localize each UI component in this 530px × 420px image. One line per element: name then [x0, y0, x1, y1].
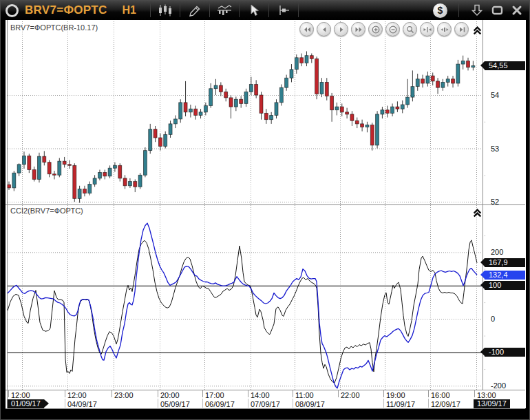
time-axis-date-label: 12/09/17 — [431, 400, 460, 408]
cci-axis-label: 200 — [491, 248, 503, 256]
chart-window: BRV7=ФОРТС H1 — [0, 0, 530, 420]
time-axis-tick — [158, 390, 158, 397]
last-price-badge: 54,55 — [485, 61, 525, 70]
time-axis-time-label: 12:00 — [11, 391, 30, 399]
back-icon — [319, 25, 329, 34]
bar-width-icon — [440, 25, 449, 34]
cci-level-badge: 100 — [485, 281, 525, 290]
cci-axis-label: 0 — [491, 315, 495, 323]
time-axis-date-label: 05/09/17 — [160, 400, 190, 408]
time-axis-tick — [248, 390, 248, 397]
time-axis-time-label: 20:00 — [160, 391, 180, 399]
date-axis-tick — [293, 399, 293, 408]
compress-icon — [423, 25, 432, 34]
nav-compress-button[interactable] — [420, 22, 434, 36]
price-pane-label: BRV7=ФОРТС(BR-10.17) — [10, 23, 98, 32]
time-axis-tick — [474, 390, 475, 397]
chart-nav-toolbar — [299, 22, 469, 36]
cci-value-badge-black: 167,9 — [485, 258, 525, 267]
cci-pane-label: CCI2(BRV7=ФОРТС) — [10, 207, 83, 215]
time-axis-tick — [8, 390, 9, 397]
date-axis-tick — [202, 399, 203, 408]
price-axis-label: 52 — [491, 198, 499, 206]
nav-forward-button[interactable] — [334, 22, 348, 36]
time-axis-time-label: 19:00 — [386, 391, 405, 399]
nav-fast-back-button[interactable] — [299, 22, 314, 36]
time-axis-tick — [428, 390, 429, 397]
time-axis-time-label: 22:00 — [341, 391, 360, 399]
time-axis-time-label: 12:00 — [67, 391, 87, 399]
time-axis-tick — [65, 390, 65, 397]
time-axis-tick — [383, 390, 384, 397]
zoom-tool-icon — [405, 25, 415, 34]
time-axis-tick — [338, 390, 339, 397]
nav-fast-forward-button[interactable] — [351, 22, 365, 36]
time-axis-time-label: 23:00 — [114, 391, 134, 399]
cci-level-badge: -100 — [485, 348, 525, 357]
time-axis-time-label: 17:00 — [205, 391, 224, 399]
nav-back-button[interactable] — [317, 22, 331, 36]
nav-zoom-tool-button[interactable] — [403, 22, 417, 36]
collapse-cci-pane-chevron-double-up-icon[interactable] — [472, 207, 483, 218]
time-axis-tick — [202, 390, 203, 397]
zoom-in-icon — [371, 25, 381, 34]
time-axis-date-label: 11/09/17 — [386, 400, 415, 408]
time-axis-time-label: 14:00 — [251, 391, 270, 399]
to-end-icon — [457, 25, 467, 34]
date-badge: 01/09/17 — [8, 399, 44, 408]
time-axis-date-label: 04/09/17 — [67, 400, 97, 408]
time-axis-time-label: 16:00 — [431, 391, 450, 399]
time-axis-date-label: 08/09/17 — [295, 400, 325, 408]
nav-to-end-button[interactable] — [454, 22, 469, 36]
date-axis-tick — [428, 399, 429, 408]
nav-zoom-in-button[interactable] — [368, 22, 383, 36]
time-axis-date-label: 07/09/17 — [251, 400, 280, 408]
date-badge: 13/09/17 — [474, 399, 510, 408]
time-axis-tick — [293, 390, 293, 397]
date-axis-tick — [248, 399, 248, 408]
date-axis-tick — [158, 399, 158, 408]
time-axis-time-label: 11:00 — [295, 391, 314, 399]
cci-value-badge-blue: 132,4 — [485, 271, 525, 280]
time-axis-tick — [112, 390, 112, 397]
price-axis-label: 53 — [491, 145, 499, 153]
collapse-price-pane-chevron-double-up-icon[interactable] — [472, 25, 483, 35]
forward-icon — [337, 25, 346, 34]
fast-back-icon — [302, 25, 312, 34]
zoom-out-icon — [388, 25, 398, 34]
price-axis-label: 54 — [491, 91, 499, 99]
time-axis-time-label: 13:00 — [477, 391, 496, 399]
time-axis-date-label: 06/09/17 — [205, 400, 235, 408]
nav-zoom-out-button[interactable] — [385, 22, 400, 36]
fast-forward-icon — [354, 25, 363, 34]
date-axis-tick — [383, 399, 384, 408]
cci-axis-label: -200 — [491, 381, 506, 390]
date-axis-tick — [65, 399, 65, 408]
nav-bar-width-button[interactable] — [437, 22, 452, 36]
